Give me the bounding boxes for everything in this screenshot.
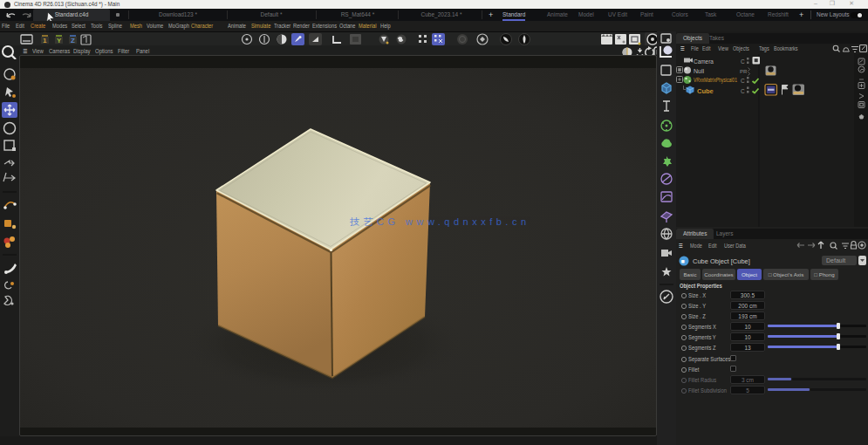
svg-text:Camera: Camera: [694, 58, 714, 65]
svg-text:Null: Null: [694, 68, 705, 74]
svg-text:Y: Y: [57, 37, 62, 44]
svg-text:Cube: Cube: [697, 87, 714, 95]
svg-text:Cube Object [Cube]: Cube Object [Cube]: [693, 257, 750, 265]
svg-text:C: C: [741, 58, 745, 65]
svg-text:VRxxMatrixPhysical01: VRxxMatrixPhysical01: [694, 77, 737, 84]
svg-text:PR: PR: [740, 69, 748, 74]
svg-text:Default: Default: [826, 257, 845, 264]
svg-text:C: C: [741, 78, 745, 84]
svg-text:C: C: [741, 88, 745, 94]
svg-text:Z: Z: [71, 37, 75, 44]
svg-text:1: 1: [43, 37, 47, 44]
